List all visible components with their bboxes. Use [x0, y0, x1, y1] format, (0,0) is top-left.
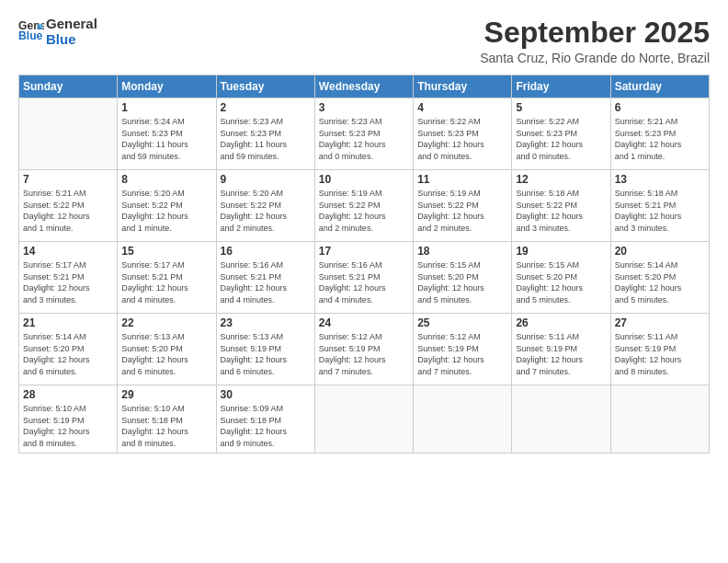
day-number: 28	[23, 388, 113, 401]
day-info: Sunrise: 5:22 AM Sunset: 5:23 PM Dayligh…	[516, 116, 606, 162]
header: General Blue General Blue September 2025…	[18, 17, 710, 65]
day-info: Sunrise: 5:18 AM Sunset: 5:21 PM Dayligh…	[615, 188, 705, 234]
day-info: Sunrise: 5:12 AM Sunset: 5:19 PM Dayligh…	[417, 331, 507, 377]
logo-line1: General	[46, 17, 97, 32]
day-info: Sunrise: 5:17 AM Sunset: 5:21 PM Dayligh…	[23, 259, 113, 305]
day-number: 3	[319, 101, 409, 114]
day-info: Sunrise: 5:13 AM Sunset: 5:19 PM Dayligh…	[221, 331, 311, 377]
table-row: 2Sunrise: 5:23 AM Sunset: 5:23 PM Daylig…	[216, 98, 314, 170]
table-row: 6Sunrise: 5:21 AM Sunset: 5:23 PM Daylig…	[610, 98, 709, 170]
table-row: 14Sunrise: 5:17 AM Sunset: 5:21 PM Dayli…	[19, 242, 118, 314]
table-row: 1Sunrise: 5:24 AM Sunset: 5:23 PM Daylig…	[118, 98, 216, 170]
table-row: 23Sunrise: 5:13 AM Sunset: 5:19 PM Dayli…	[216, 314, 314, 385]
svg-text:Blue: Blue	[18, 29, 43, 42]
title-block: September 2025 Santa Cruz, Rio Grande do…	[480, 17, 710, 65]
day-info: Sunrise: 5:20 AM Sunset: 5:22 PM Dayligh…	[121, 188, 211, 234]
table-row: 26Sunrise: 5:11 AM Sunset: 5:19 PM Dayli…	[512, 314, 610, 385]
day-info: Sunrise: 5:13 AM Sunset: 5:20 PM Dayligh…	[121, 331, 211, 377]
table-row: 3Sunrise: 5:23 AM Sunset: 5:23 PM Daylig…	[314, 98, 413, 170]
day-number: 8	[121, 173, 211, 186]
table-row: 27Sunrise: 5:11 AM Sunset: 5:19 PM Dayli…	[610, 314, 709, 385]
day-number: 18	[417, 245, 507, 258]
day-number: 19	[516, 245, 606, 258]
page: General Blue General Blue September 2025…	[0, 0, 728, 563]
table-row	[610, 385, 709, 453]
day-number: 10	[319, 173, 409, 186]
day-number: 26	[516, 316, 606, 329]
table-row: 9Sunrise: 5:20 AM Sunset: 5:22 PM Daylig…	[216, 170, 314, 242]
day-number: 1	[121, 101, 211, 114]
day-info: Sunrise: 5:20 AM Sunset: 5:22 PM Dayligh…	[221, 188, 311, 234]
day-number: 30	[221, 388, 311, 401]
day-number: 25	[417, 316, 507, 329]
table-row: 28Sunrise: 5:10 AM Sunset: 5:19 PM Dayli…	[19, 385, 118, 453]
col-friday: Friday	[512, 75, 610, 98]
table-row	[19, 98, 118, 170]
day-number: 16	[221, 245, 311, 258]
day-number: 6	[615, 101, 705, 114]
location: Santa Cruz, Rio Grande do Norte, Brazil	[480, 51, 710, 65]
day-number: 27	[615, 316, 705, 329]
table-row: 11Sunrise: 5:19 AM Sunset: 5:22 PM Dayli…	[414, 170, 512, 242]
day-info: Sunrise: 5:23 AM Sunset: 5:23 PM Dayligh…	[221, 116, 311, 162]
day-number: 29	[121, 388, 211, 401]
day-number: 5	[516, 101, 606, 114]
day-number: 4	[417, 101, 507, 114]
day-info: Sunrise: 5:18 AM Sunset: 5:22 PM Dayligh…	[516, 188, 606, 234]
day-number: 7	[23, 173, 113, 186]
table-row: 15Sunrise: 5:17 AM Sunset: 5:21 PM Dayli…	[118, 242, 216, 314]
table-row: 22Sunrise: 5:13 AM Sunset: 5:20 PM Dayli…	[118, 314, 216, 385]
calendar-table: Sunday Monday Tuesday Wednesday Thursday…	[18, 75, 710, 453]
day-number: 2	[221, 101, 311, 114]
day-info: Sunrise: 5:11 AM Sunset: 5:19 PM Dayligh…	[615, 331, 705, 377]
day-info: Sunrise: 5:15 AM Sunset: 5:20 PM Dayligh…	[516, 259, 606, 305]
table-row: 4Sunrise: 5:22 AM Sunset: 5:23 PM Daylig…	[414, 98, 512, 170]
day-info: Sunrise: 5:19 AM Sunset: 5:22 PM Dayligh…	[417, 188, 507, 234]
table-row: 21Sunrise: 5:14 AM Sunset: 5:20 PM Dayli…	[19, 314, 118, 385]
table-row	[414, 385, 512, 453]
day-number: 14	[23, 245, 113, 258]
day-info: Sunrise: 5:14 AM Sunset: 5:20 PM Dayligh…	[615, 259, 705, 305]
day-number: 23	[221, 316, 311, 329]
col-wednesday: Wednesday	[314, 75, 413, 98]
table-row: 17Sunrise: 5:16 AM Sunset: 5:21 PM Dayli…	[314, 242, 413, 314]
day-info: Sunrise: 5:10 AM Sunset: 5:18 PM Dayligh…	[121, 403, 211, 449]
table-row: 7Sunrise: 5:21 AM Sunset: 5:22 PM Daylig…	[19, 170, 118, 242]
col-monday: Monday	[118, 75, 216, 98]
table-row: 8Sunrise: 5:20 AM Sunset: 5:22 PM Daylig…	[118, 170, 216, 242]
table-row: 25Sunrise: 5:12 AM Sunset: 5:19 PM Dayli…	[414, 314, 512, 385]
day-info: Sunrise: 5:21 AM Sunset: 5:22 PM Dayligh…	[23, 188, 113, 234]
day-info: Sunrise: 5:12 AM Sunset: 5:19 PM Dayligh…	[319, 331, 409, 377]
table-row: 24Sunrise: 5:12 AM Sunset: 5:19 PM Dayli…	[314, 314, 413, 385]
table-row: 30Sunrise: 5:09 AM Sunset: 5:18 PM Dayli…	[216, 385, 314, 453]
table-row: 20Sunrise: 5:14 AM Sunset: 5:20 PM Dayli…	[610, 242, 709, 314]
col-saturday: Saturday	[610, 75, 709, 98]
col-tuesday: Tuesday	[216, 75, 314, 98]
table-row: 13Sunrise: 5:18 AM Sunset: 5:21 PM Dayli…	[610, 170, 709, 242]
table-row: 16Sunrise: 5:16 AM Sunset: 5:21 PM Dayli…	[216, 242, 314, 314]
day-number: 21	[23, 316, 113, 329]
table-row: 19Sunrise: 5:15 AM Sunset: 5:20 PM Dayli…	[512, 242, 610, 314]
day-number: 17	[319, 245, 409, 258]
month-title: September 2025	[480, 17, 710, 49]
day-info: Sunrise: 5:24 AM Sunset: 5:23 PM Dayligh…	[121, 116, 211, 162]
table-row: 5Sunrise: 5:22 AM Sunset: 5:23 PM Daylig…	[512, 98, 610, 170]
day-number: 20	[615, 245, 705, 258]
day-number: 24	[319, 316, 409, 329]
logo: General Blue General Blue	[18, 17, 97, 47]
calendar-header-row: Sunday Monday Tuesday Wednesday Thursday…	[19, 75, 710, 98]
day-info: Sunrise: 5:17 AM Sunset: 5:21 PM Dayligh…	[121, 259, 211, 305]
day-info: Sunrise: 5:21 AM Sunset: 5:23 PM Dayligh…	[615, 116, 705, 162]
day-info: Sunrise: 5:16 AM Sunset: 5:21 PM Dayligh…	[221, 259, 311, 305]
day-number: 12	[516, 173, 606, 186]
day-number: 13	[615, 173, 705, 186]
day-info: Sunrise: 5:10 AM Sunset: 5:19 PM Dayligh…	[23, 403, 113, 449]
day-info: Sunrise: 5:11 AM Sunset: 5:19 PM Dayligh…	[516, 331, 606, 377]
table-row: 12Sunrise: 5:18 AM Sunset: 5:22 PM Dayli…	[512, 170, 610, 242]
table-row	[512, 385, 610, 453]
day-info: Sunrise: 5:16 AM Sunset: 5:21 PM Dayligh…	[319, 259, 409, 305]
table-row: 10Sunrise: 5:19 AM Sunset: 5:22 PM Dayli…	[314, 170, 413, 242]
day-info: Sunrise: 5:23 AM Sunset: 5:23 PM Dayligh…	[319, 116, 409, 162]
day-info: Sunrise: 5:14 AM Sunset: 5:20 PM Dayligh…	[23, 331, 113, 377]
day-number: 11	[417, 173, 507, 186]
